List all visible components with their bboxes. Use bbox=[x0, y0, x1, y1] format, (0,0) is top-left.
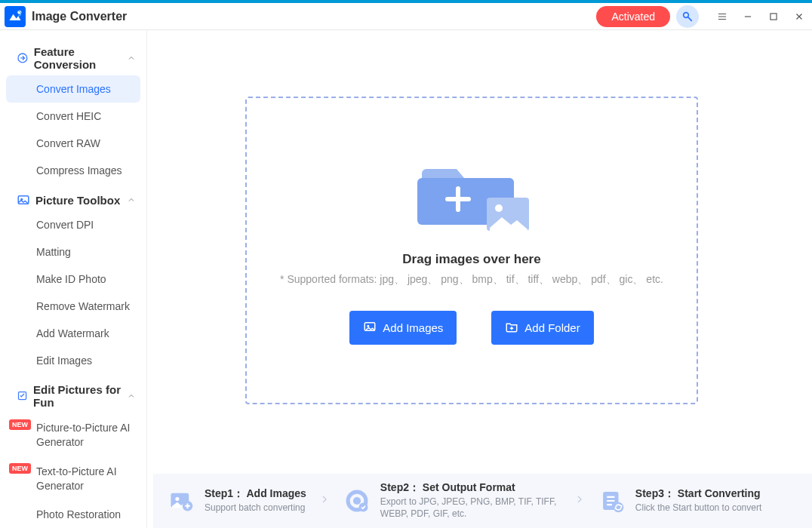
sidebar-item-label: Compress Images bbox=[36, 164, 122, 177]
close-button[interactable] bbox=[786, 5, 812, 28]
sidebar-item-convert-raw[interactable]: Convert RAW bbox=[0, 130, 146, 157]
dropzone-title: Drag images over here bbox=[402, 252, 540, 267]
svg-point-12 bbox=[175, 497, 179, 501]
svg-rect-2 bbox=[770, 13, 777, 19]
menu-icon-button[interactable] bbox=[709, 5, 735, 28]
sidebar-item-label: Edit Images bbox=[36, 355, 92, 367]
sidebar-item-label: Picture-to-Picture AI Generator bbox=[36, 422, 131, 448]
feature-conversion-icon bbox=[17, 51, 29, 65]
dropzone[interactable]: Drag images over here * Supported format… bbox=[245, 97, 698, 404]
sidebar-item-convert-images[interactable]: Convert Images bbox=[6, 75, 140, 103]
main-panel: Drag images over here * Supported format… bbox=[147, 30, 812, 528]
group-edit-pictures-fun[interactable]: Edit Pictures for Fun bbox=[0, 379, 146, 413]
group-label: Feature Conversion bbox=[34, 45, 127, 71]
sidebar-item-photo-restoration[interactable]: Photo Restoration bbox=[0, 501, 146, 528]
group-feature-conversion[interactable]: Feature Conversion bbox=[0, 41, 146, 75]
step-subtitle: Support batch converting bbox=[205, 502, 306, 514]
picture-toolbox-icon bbox=[17, 193, 30, 207]
sidebar-item-label: Make ID Photo bbox=[36, 273, 106, 285]
new-badge: NEW bbox=[9, 463, 31, 474]
image-icon bbox=[363, 320, 377, 336]
sidebar: Feature Conversion Convert Images Conver… bbox=[0, 30, 147, 528]
chevron-right-icon bbox=[318, 493, 331, 508]
svg-point-10 bbox=[368, 325, 370, 327]
key-icon-button[interactable] bbox=[676, 5, 699, 28]
sidebar-item-label: Convert DPI bbox=[36, 219, 94, 231]
maximize-button[interactable] bbox=[761, 5, 786, 28]
start-converting-step-icon bbox=[598, 487, 626, 515]
svg-point-18 bbox=[614, 502, 624, 513]
svg-point-8 bbox=[495, 204, 503, 212]
svg-point-15 bbox=[353, 497, 361, 505]
chevron-up-icon bbox=[127, 194, 136, 207]
sidebar-item-remove-watermark[interactable]: Remove Watermark bbox=[0, 293, 146, 320]
button-label: Add Images bbox=[383, 321, 443, 334]
sidebar-item-label: Convert Images bbox=[36, 83, 111, 95]
sidebar-item-compress-images[interactable]: Compress Images bbox=[0, 157, 146, 184]
sidebar-item-label: Text-to-Picture AI Generator bbox=[36, 465, 117, 492]
add-images-button[interactable]: Add Images bbox=[349, 311, 457, 345]
dropzone-formats: * Supported formats: jpg、 jpeg、 png、 bmp… bbox=[280, 273, 663, 287]
output-format-step-icon bbox=[343, 487, 371, 515]
sidebar-item-convert-heic[interactable]: Convert HEIC bbox=[0, 103, 146, 130]
sidebar-item-label: Photo Restoration bbox=[36, 508, 121, 520]
minimize-button[interactable] bbox=[735, 5, 761, 28]
activated-badge: Activated bbox=[596, 6, 670, 27]
sidebar-item-label: Remove Watermark bbox=[36, 300, 130, 312]
group-label: Picture Toolbox bbox=[35, 194, 120, 207]
group-label: Edit Pictures for Fun bbox=[33, 383, 127, 409]
folder-image-icon bbox=[411, 155, 532, 238]
step-subtitle: Export to JPG, JPEG, PNG, BMP, TIF, TIFF… bbox=[380, 496, 561, 520]
chevron-up-icon bbox=[127, 52, 136, 65]
sidebar-item-label: Matting bbox=[36, 246, 71, 258]
step-title: Step3： Start Converting bbox=[635, 487, 761, 501]
sidebar-item-make-id-photo[interactable]: Make ID Photo bbox=[0, 266, 146, 293]
app-logo-icon bbox=[5, 6, 26, 27]
step-subtitle: Click the Start button to convert bbox=[635, 502, 761, 514]
folder-plus-icon bbox=[505, 320, 518, 336]
add-images-step-icon bbox=[167, 487, 195, 515]
steps-bar: Step1： Add Images Support batch converti… bbox=[153, 474, 812, 528]
group-picture-toolbox[interactable]: Picture Toolbox bbox=[0, 189, 146, 211]
new-badge: NEW bbox=[9, 419, 31, 430]
edit-pictures-fun-icon bbox=[17, 389, 28, 403]
chevron-up-icon bbox=[127, 390, 136, 403]
step-2: Step2： Set Output Format Export to JPG, … bbox=[343, 481, 561, 520]
step-3: Step3： Start Converting Click the Start … bbox=[598, 487, 761, 515]
sidebar-item-convert-dpi[interactable]: Convert DPI bbox=[0, 211, 146, 238]
sidebar-item-edit-images[interactable]: Edit Images bbox=[0, 347, 146, 374]
sidebar-item-label: Convert HEIC bbox=[36, 110, 101, 122]
sidebar-item-add-watermark[interactable]: Add Watermark bbox=[0, 320, 146, 347]
sidebar-item-text-to-pic-ai[interactable]: NEW Text-to-Picture AI Generator bbox=[0, 457, 146, 501]
titlebar: Image Converter Activated bbox=[0, 3, 812, 30]
add-folder-button[interactable]: Add Folder bbox=[491, 311, 593, 345]
step-title: Step1： Add Images bbox=[205, 487, 306, 501]
step-1: Step1： Add Images Support batch converti… bbox=[167, 487, 306, 515]
button-label: Add Folder bbox=[524, 321, 580, 334]
sidebar-item-pic-to-pic-ai[interactable]: NEW Picture-to-Picture AI Generator bbox=[0, 413, 146, 457]
app-title: Image Converter bbox=[32, 10, 127, 23]
step-title: Step2： Set Output Format bbox=[380, 481, 561, 495]
sidebar-item-label: Convert RAW bbox=[36, 137, 100, 149]
sidebar-item-matting[interactable]: Matting bbox=[0, 238, 146, 266]
sidebar-item-label: Add Watermark bbox=[36, 327, 109, 339]
chevron-right-icon bbox=[574, 493, 586, 508]
